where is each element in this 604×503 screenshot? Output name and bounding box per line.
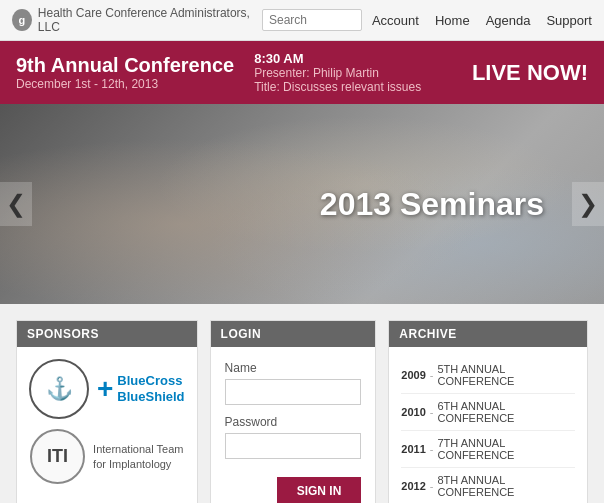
sponsors-body: ⚓ + BlueCross BlueShield ITI Internation…: [17, 347, 197, 496]
nav-agenda[interactable]: Agenda: [486, 13, 531, 28]
slider-next-button[interactable]: ❯: [572, 182, 604, 226]
bluecross-text: BlueCross BlueShield: [117, 373, 184, 404]
hero-slider: ❮ 2013 Seminars ❯: [0, 104, 604, 304]
archive-item: 2009 - 5TH ANNUAL CONFERENCE: [401, 357, 575, 394]
password-field-group: Password: [225, 415, 362, 459]
session-time: 8:30 AM: [254, 51, 452, 66]
archive-text: 5TH ANNUAL CONFERENCE: [437, 363, 575, 387]
archive-year: 2012: [401, 480, 425, 492]
archive-text: 8TH ANNUAL CONFERENCE: [437, 474, 575, 498]
name-input[interactable]: [225, 379, 362, 405]
archive-dash: -: [430, 443, 434, 455]
archive-text: 7TH ANNUAL CONFERENCE: [437, 437, 575, 461]
bluecross-line2: BlueShield: [117, 389, 184, 405]
logo-icon: g: [12, 9, 32, 31]
anchor-icon: ⚓: [46, 376, 73, 402]
search-input[interactable]: [262, 9, 362, 31]
iti-sponsor: ITI International Teamfor Implantology: [30, 429, 183, 484]
archive-dash: -: [430, 369, 434, 381]
presenter-line: Presenter: Philip Martin: [254, 66, 452, 80]
name-field-group: Name: [225, 361, 362, 405]
archive-text: 6TH ANNUAL CONFERENCE: [437, 400, 575, 424]
top-bar: g Health Care Conference Administrators,…: [0, 0, 604, 41]
archive-section: ARCHIVE 2009 - 5TH ANNUAL CONFERENCE 201…: [388, 320, 588, 503]
archive-year: 2010: [401, 406, 425, 418]
iti-icon: ITI: [30, 429, 85, 484]
archive-header: ARCHIVE: [389, 321, 587, 347]
presenter-info: 8:30 AM Presenter: Philip Martin Title: …: [254, 51, 452, 94]
sponsors-section: SPONSORS ⚓ + BlueCross BlueShield ITI: [16, 320, 198, 503]
title-label: Title:: [254, 80, 280, 94]
archive-item: 2012 - 8TH ANNUAL CONFERENCE: [401, 468, 575, 503]
top-nav: Account Home Agenda Support: [372, 13, 592, 28]
nav-account[interactable]: Account: [372, 13, 419, 28]
anchor-logo: ⚓: [29, 359, 89, 419]
main-content: SPONSORS ⚓ + BlueCross BlueShield ITI: [0, 304, 604, 503]
title-line: Title: Discusses relevant issues: [254, 80, 452, 94]
conference-dates: December 1st - 12th, 2013: [16, 77, 234, 91]
presenter-label: Presenter:: [254, 66, 309, 80]
search-container: [262, 9, 362, 31]
bluecross-logo: + BlueCross BlueShield: [97, 373, 185, 405]
archive-item: 2011 - 7TH ANNUAL CONFERENCE: [401, 431, 575, 468]
nav-support[interactable]: Support: [546, 13, 592, 28]
iti-subtext: International Teamfor Implantology: [93, 442, 183, 471]
site-name: Health Care Conference Administrators, L…: [38, 6, 252, 34]
archive-dash: -: [430, 406, 434, 418]
bluecross-icon: +: [97, 373, 113, 405]
nav-home[interactable]: Home: [435, 13, 470, 28]
name-label: Name: [225, 361, 362, 375]
live-badge: LIVE NOW!: [472, 60, 588, 86]
archive-year: 2011: [401, 443, 425, 455]
login-section: LOGIN Name Password SIGN IN: [210, 320, 377, 503]
site-logo: g Health Care Conference Administrators,…: [12, 6, 252, 34]
archive-year: 2009: [401, 369, 425, 381]
password-input[interactable]: [225, 433, 362, 459]
iti-letters: ITI: [47, 446, 68, 467]
conference-title: 9th Annual Conference: [16, 54, 234, 77]
sign-in-button[interactable]: SIGN IN: [277, 477, 362, 503]
conference-title-block: 9th Annual Conference December 1st - 12t…: [16, 54, 234, 91]
login-body: Name Password SIGN IN: [211, 347, 376, 503]
iti-description: International Teamfor Implantology: [93, 442, 183, 471]
archive-dash: -: [430, 480, 434, 492]
presenter-name: Philip Martin: [313, 66, 379, 80]
anchor-sponsor: ⚓ + BlueCross BlueShield: [29, 359, 185, 419]
slider-prev-button[interactable]: ❮: [0, 182, 32, 226]
hero-title: 2013 Seminars: [320, 186, 544, 223]
sponsors-header: SPONSORS: [17, 321, 197, 347]
bluecross-line1: BlueCross: [117, 373, 184, 389]
header-banner: 9th Annual Conference December 1st - 12t…: [0, 41, 604, 104]
login-header: LOGIN: [211, 321, 376, 347]
archive-item: 2010 - 6TH ANNUAL CONFERENCE: [401, 394, 575, 431]
password-label: Password: [225, 415, 362, 429]
title-desc: Discusses relevant issues: [283, 80, 421, 94]
archive-body: 2009 - 5TH ANNUAL CONFERENCE 2010 - 6TH …: [389, 347, 587, 503]
